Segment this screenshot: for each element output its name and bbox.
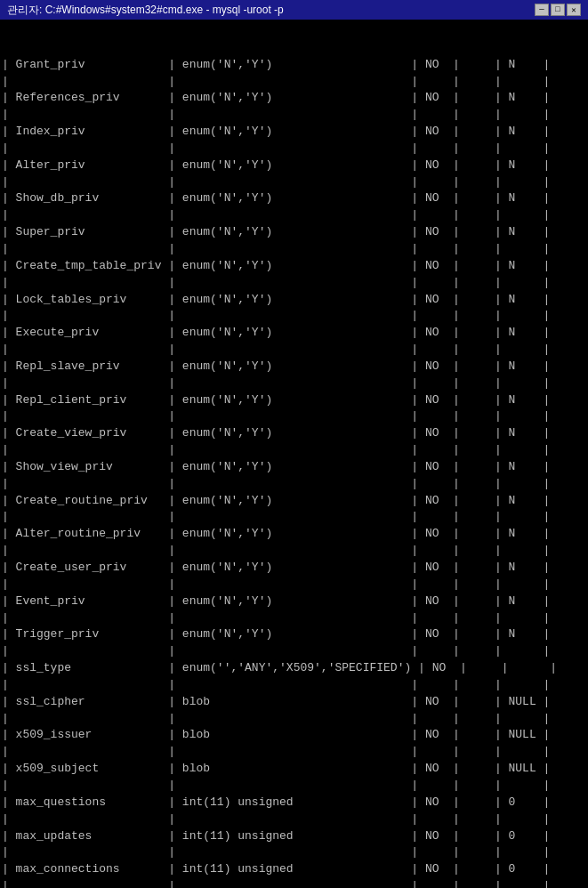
table-row: | max_questions | int(11) unsigned | NO …	[2, 795, 586, 811]
table-row: | Repl_slave_priv | enum('N','Y') | NO |…	[2, 359, 586, 375]
table-row: | | | | | |	[2, 844, 586, 861]
table-row: | Execute_priv | enum('N','Y') | NO | | …	[2, 325, 586, 342]
table-row: | | | | | |	[2, 744, 586, 761]
table-row: | | | | | |	[2, 476, 586, 493]
table-row: | | | | | |	[2, 241, 586, 258]
table-row: | Lock_tables_priv | enum('N','Y') | NO …	[2, 292, 586, 309]
table-row: | References_priv | enum('N','Y') | NO |…	[2, 90, 586, 107]
table-row: | Create_user_priv | enum('N','Y') | NO …	[2, 560, 586, 577]
table-row: | | | | | |	[2, 811, 586, 828]
table-row: | | | | | |	[2, 878, 586, 888]
table-row: | ssl_type | enum('','ANY','X509','SPECI…	[2, 660, 586, 677]
table-row: | | | | | |	[2, 74, 586, 91]
table-row: | | | | | |	[2, 275, 586, 292]
table-row: | | | | | |	[2, 643, 586, 660]
table-row: | | | | | |	[2, 677, 586, 694]
table-row: | | | | | |	[2, 375, 586, 392]
table-row: | Trigger_priv | enum('N','Y') | NO | | …	[2, 626, 586, 643]
table-row: | ssl_cipher | blob | NO | | NULL |	[2, 694, 586, 711]
table-row: | Super_priv | enum('N','Y') | NO | | N …	[2, 224, 586, 241]
table-row: | | | | | |	[2, 174, 586, 191]
table-row: | | | | | |	[2, 207, 586, 224]
table-row: | Create_routine_priv | enum('N','Y') | …	[2, 493, 586, 510]
table-row: | Create_tmp_table_priv | enum('N','Y') …	[2, 258, 586, 275]
table-row: | | | | | |	[2, 711, 586, 728]
title-bar: 관리자: C:#Windows#system32#cmd.exe - mysql…	[0, 0, 588, 20]
table-row: | | | | | |	[2, 577, 586, 593]
maximize-button[interactable]: □	[551, 4, 565, 16]
table-row: | | | | | |	[2, 543, 586, 560]
table-row: | x509_issuer | blob | NO | | NULL |	[2, 727, 586, 744]
minimize-button[interactable]: ─	[535, 4, 549, 16]
table-row: | Show_view_priv | enum('N','Y') | NO | …	[2, 459, 586, 476]
table-row: | Alter_routine_priv | enum('N','Y') | N…	[2, 526, 586, 543]
table-row: | | | | | |	[2, 141, 586, 157]
table-row: | | | | | |	[2, 442, 586, 459]
table-row: | max_updates | int(11) unsigned | NO | …	[2, 828, 586, 845]
table-row: | Create_view_priv | enum('N','Y') | NO …	[2, 425, 586, 442]
table-row: | Alter_priv | enum('N','Y') | NO | | N …	[2, 157, 586, 174]
table-row: | max_connections | int(11) unsigned | N…	[2, 861, 586, 878]
title-text: 관리자: C:#Windows#system32#cmd.exe - mysql…	[7, 3, 284, 18]
table-row: | | | | | |	[2, 509, 586, 526]
table-row: | | | | | |	[2, 342, 586, 359]
table-row: | | | | | |	[2, 107, 586, 124]
table-row: | | | | | |	[2, 610, 586, 627]
terminal-content: | Grant_priv | enum('N','Y') | NO | | N …	[2, 57, 586, 888]
table-row: | Show_db_priv | enum('N','Y') | NO | | …	[2, 190, 586, 207]
title-buttons: ─ □ ✕	[535, 4, 581, 16]
table-row: | | | | | |	[2, 308, 586, 325]
table-row: | Repl_client_priv | enum('N','Y') | NO …	[2, 392, 586, 409]
terminal: | Grant_priv | enum('N','Y') | NO | | N …	[0, 20, 588, 888]
table-row: | Grant_priv | enum('N','Y') | NO | | N …	[2, 57, 586, 74]
table-row: | x509_subject | blob | NO | | NULL |	[2, 761, 586, 778]
table-row: | Event_priv | enum('N','Y') | NO | | N …	[2, 593, 586, 610]
close-button[interactable]: ✕	[567, 4, 581, 16]
table-row: | | | | | |	[2, 408, 586, 425]
table-row: | | | | | |	[2, 778, 586, 795]
table-row: | Index_priv | enum('N','Y') | NO | | N …	[2, 124, 586, 141]
